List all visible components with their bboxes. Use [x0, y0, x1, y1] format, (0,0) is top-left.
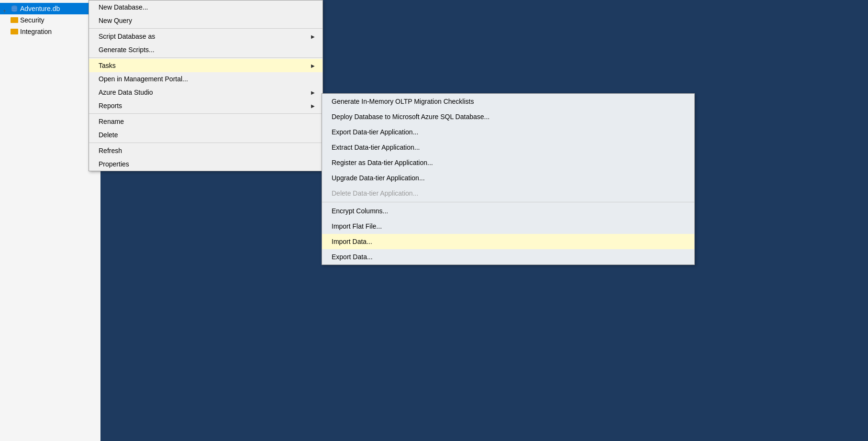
- tree-item-adventuredb[interactable]: Adventure.db: [0, 3, 100, 14]
- tree-item-integration[interactable]: Integration: [0, 26, 100, 37]
- submenu-item-generate-inmemory[interactable]: Generate In-Memory OLTP Migration Checkl…: [322, 94, 694, 109]
- menu-item-script-database-as[interactable]: Script Database as ▶: [89, 30, 323, 43]
- submenu-item-export-datatier[interactable]: Export Data-tier Application...: [322, 124, 694, 140]
- expand-icon[interactable]: +: [3, 8, 6, 14]
- tasks-submenu: Generate In-Memory OLTP Migration Checkl…: [322, 93, 695, 265]
- arrow-icon-script: ▶: [311, 34, 315, 39]
- tree-item-integration-label: Integration: [20, 28, 52, 35]
- separator-2: [89, 57, 323, 58]
- tree-item-adventuredb-label: Adventure.db: [20, 5, 60, 12]
- database-icon: [11, 5, 18, 12]
- submenu-item-delete-datatier[interactable]: Delete Data-tier Application...: [322, 186, 694, 201]
- menu-item-new-query[interactable]: New Query: [89, 14, 323, 27]
- tree-panel: + Adventure.db Security Integration: [0, 0, 100, 441]
- tree-item-security-label: Security: [20, 16, 45, 24]
- submenu-item-encrypt-columns[interactable]: Encrypt Columns...: [322, 203, 694, 219]
- submenu-item-export-data[interactable]: Export Data...: [322, 249, 694, 265]
- menu-item-azure-data-studio[interactable]: Azure Data Studio ▶: [89, 86, 323, 99]
- submenu-item-register-datatier[interactable]: Register as Data-tier Application...: [322, 155, 694, 170]
- arrow-icon-azure: ▶: [311, 90, 315, 95]
- folder-icon-security: [11, 17, 18, 23]
- svg-point-2: [11, 10, 17, 12]
- menu-item-tasks[interactable]: Tasks ▶: [89, 59, 323, 72]
- submenu-separator-1: [322, 202, 694, 202]
- submenu-item-upgrade-datatier[interactable]: Upgrade Data-tier Application...: [322, 170, 694, 186]
- separator-3: [89, 113, 323, 114]
- menu-item-delete[interactable]: Delete: [89, 128, 323, 142]
- submenu-item-deploy-azure[interactable]: Deploy Database to Microsoft Azure SQL D…: [322, 109, 694, 124]
- menu-item-open-portal[interactable]: Open in Management Portal...: [89, 72, 323, 86]
- submenu-item-extract-datatier[interactable]: Extract Data-tier Application...: [322, 140, 694, 155]
- tree-item-security[interactable]: Security: [0, 14, 100, 26]
- menu-item-new-database[interactable]: New Database...: [89, 0, 323, 14]
- folder-icon-integration: [11, 29, 18, 34]
- separator-4: [89, 143, 323, 143]
- context-menu: New Database... New Query Script Databas…: [89, 0, 323, 171]
- arrow-icon-reports: ▶: [311, 103, 315, 109]
- menu-item-refresh[interactable]: Refresh: [89, 144, 323, 157]
- menu-item-reports[interactable]: Reports ▶: [89, 99, 323, 112]
- submenu-item-import-flat-file[interactable]: Import Flat File...: [322, 219, 694, 234]
- submenu-item-import-data[interactable]: Import Data...: [322, 234, 694, 249]
- menu-item-generate-scripts[interactable]: Generate Scripts...: [89, 43, 323, 56]
- separator-1: [89, 28, 323, 29]
- menu-item-properties[interactable]: Properties: [89, 157, 323, 171]
- arrow-icon-tasks: ▶: [311, 63, 315, 68]
- menu-item-rename[interactable]: Rename: [89, 115, 323, 128]
